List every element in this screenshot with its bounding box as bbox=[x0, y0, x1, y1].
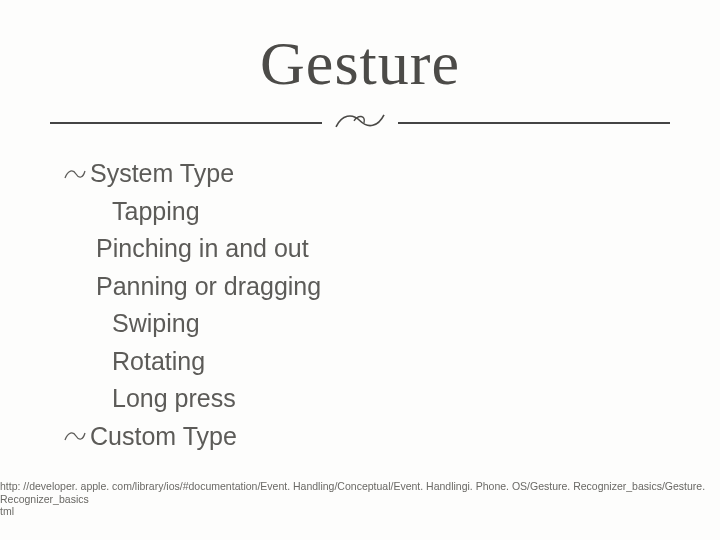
bullet-system-type: System Type bbox=[64, 155, 720, 193]
content-area: System Type Tapping Pinching in and out … bbox=[64, 155, 720, 455]
sub-longpress: Long press bbox=[64, 380, 720, 418]
footnote-line1: http: //developer. apple. com/library/io… bbox=[0, 480, 720, 505]
flourish-icon bbox=[322, 109, 398, 133]
sub-swiping: Swiping bbox=[64, 305, 720, 343]
slide: Gesture System Type Tapping Pinching in … bbox=[0, 0, 720, 540]
slide-title: Gesture bbox=[0, 0, 720, 99]
footnote-url: http: //developer. apple. com/library/io… bbox=[0, 480, 720, 518]
sub-tapping: Tapping bbox=[64, 193, 720, 231]
bullet-flourish-icon bbox=[64, 429, 90, 443]
sub-label: Long press bbox=[112, 384, 236, 412]
bullet-label: System Type bbox=[90, 155, 234, 193]
bullet-label: Custom Type bbox=[90, 418, 237, 456]
sub-pinching: Pinching in and out bbox=[64, 230, 720, 268]
sub-label: Rotating bbox=[112, 347, 205, 375]
bullet-custom-type: Custom Type bbox=[64, 418, 720, 456]
sub-rotating: Rotating bbox=[64, 343, 720, 381]
sub-label: Tapping bbox=[112, 197, 200, 225]
sub-label: Pinching in and out bbox=[96, 234, 309, 262]
bullet-flourish-icon bbox=[64, 167, 90, 181]
sub-label: Panning or dragging bbox=[96, 272, 321, 300]
sub-panning: Panning or dragging bbox=[64, 268, 720, 306]
footnote-line2: tml bbox=[0, 505, 720, 518]
sub-label: Swiping bbox=[112, 309, 200, 337]
title-divider bbox=[50, 107, 670, 137]
